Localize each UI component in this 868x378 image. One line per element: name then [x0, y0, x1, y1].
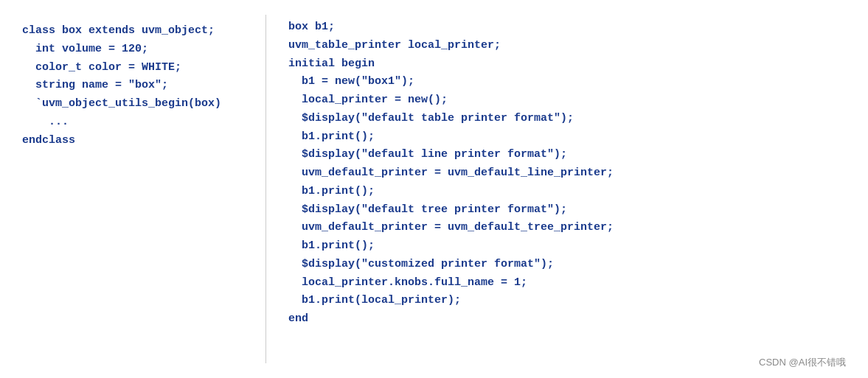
right-code-panel: box b1; uvm_table_printer local_printer;… — [274, 15, 846, 363]
page-container: class box extends uvm_object; int volume… — [0, 0, 868, 378]
left-code-block: class box extends uvm_object; int volume… — [22, 22, 258, 150]
panel-divider — [265, 15, 266, 363]
watermark: CSDN @AI很不错哦 — [759, 356, 846, 369]
right-code-block: box b1; uvm_table_printer local_printer;… — [288, 18, 846, 329]
left-code-panel: class box extends uvm_object; int volume… — [22, 15, 258, 363]
